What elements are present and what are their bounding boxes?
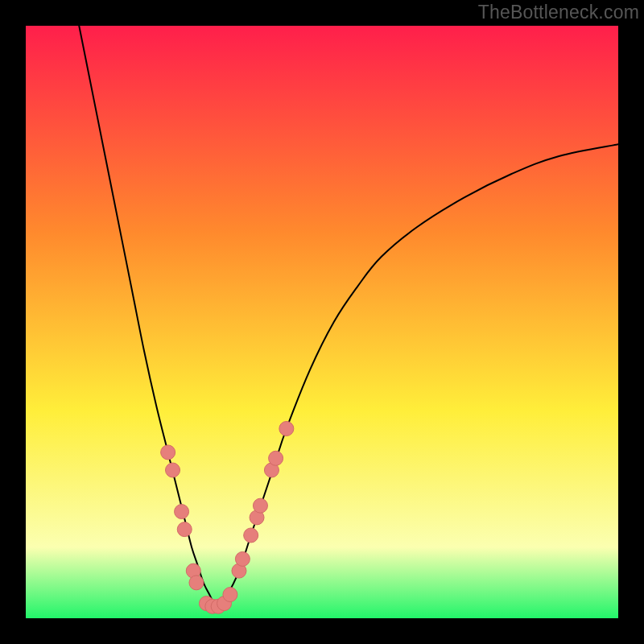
chart-frame: TheBottleneck.com — [0, 0, 644, 644]
data-marker — [269, 451, 283, 465]
data-marker — [235, 551, 250, 566]
watermark-text: TheBottleneck.com — [478, 2, 639, 23]
data-marker — [189, 576, 204, 590]
data-marker — [223, 588, 237, 602]
bottleneck-curve-chart — [26, 26, 618, 618]
plot-area — [26, 26, 618, 618]
gradient-background — [26, 26, 618, 618]
data-marker — [161, 445, 175, 460]
data-marker — [175, 505, 189, 519]
data-marker — [279, 421, 294, 436]
data-marker — [166, 463, 180, 477]
data-marker — [177, 522, 192, 537]
data-marker — [253, 498, 267, 513]
data-marker — [244, 528, 258, 543]
